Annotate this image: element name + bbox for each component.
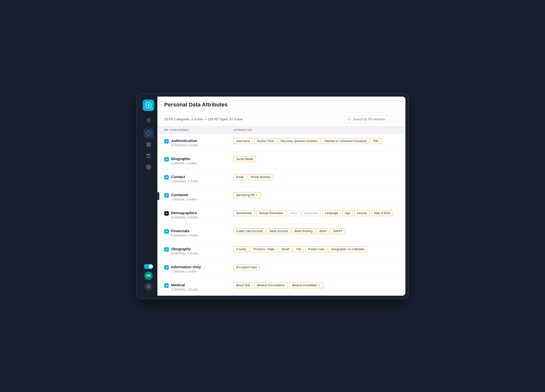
category-cell: Contact 2 Attributes, 2 Active bbox=[164, 174, 233, 183]
toolbar: 25 PD Categories, 8 Active — 128 PD Type… bbox=[157, 112, 405, 126]
attribute-tag[interactable]: Postal Code bbox=[305, 246, 327, 252]
attribute-tag[interactable]: Phone Number bbox=[248, 174, 273, 180]
checkbox-checked[interactable] bbox=[164, 265, 169, 270]
category-meta: 1 Attribute, 1 Active bbox=[171, 270, 201, 273]
category-name: Medical bbox=[171, 283, 198, 287]
attribute-tag[interactable]: Medical Disabilities★ bbox=[289, 282, 323, 288]
attribute-tag[interactable]: SWIFT bbox=[331, 228, 345, 234]
checkbox-checked[interactable] bbox=[164, 247, 169, 252]
svg-point-10 bbox=[149, 285, 150, 286]
category-cell: Medical 3 Attributes, 3 Active bbox=[164, 282, 233, 291]
attribute-tag[interactable]: Bank Account bbox=[267, 228, 290, 234]
attribute-tag[interactable]: Email bbox=[233, 174, 246, 180]
table-body: Authentication 5 Attributes, 5 Active Us… bbox=[157, 134, 405, 296]
table-row: Container 1 Attribute, 1 Active Identify… bbox=[157, 188, 405, 206]
attribute-tag[interactable]: Street bbox=[279, 246, 292, 252]
attribute-tag[interactable]: City bbox=[293, 246, 304, 252]
page-title: Personal Data Attributes bbox=[164, 102, 398, 108]
sidebar-item-shield[interactable] bbox=[144, 128, 153, 138]
checkbox-checked[interactable] bbox=[164, 193, 169, 198]
attribute-tag[interactable]: Medical Prescriptions bbox=[254, 282, 288, 288]
attribute-tag[interactable]: Access Time bbox=[254, 138, 276, 144]
attribute-tag[interactable]: Income bbox=[355, 210, 370, 216]
theme-toggle[interactable] bbox=[144, 264, 153, 269]
category-info: Container 1 Attribute, 1 Active bbox=[171, 193, 197, 201]
attribute-tag[interactable]: Username bbox=[233, 138, 252, 144]
svg-point-1 bbox=[147, 104, 149, 106]
category-info: Authentication 5 Attributes, 5 Active bbox=[171, 139, 198, 147]
content-area: 25 PD Categories, 8 Active — 128 PD Type… bbox=[157, 112, 405, 296]
search-icon bbox=[347, 117, 351, 121]
attribute-tag[interactable]: Encrypted Data bbox=[233, 264, 259, 270]
tag-star-icon: ★ bbox=[256, 193, 258, 197]
attributes-cell: EmailPhone Number bbox=[233, 174, 398, 180]
table-row: Authentication 5 Attributes, 5 Active Us… bbox=[157, 134, 405, 152]
table-row: Information Only 1 Attribute, 1 Active E… bbox=[157, 260, 405, 278]
checkbox-checked[interactable] bbox=[164, 139, 169, 144]
sidebar-item-clipboard[interactable] bbox=[144, 151, 153, 161]
search-box[interactable] bbox=[344, 116, 398, 123]
attribute-tag[interactable]: Recovery Question Answers bbox=[278, 138, 320, 144]
sidebar-expand-tab[interactable] bbox=[157, 192, 159, 200]
attribute-tag[interactable]: Date of Birth bbox=[371, 210, 393, 216]
search-input[interactable] bbox=[353, 117, 395, 121]
attribute-tag[interactable]: Age bbox=[342, 210, 353, 216]
category-cell: Container 1 Attribute, 1 Active bbox=[164, 192, 233, 201]
svg-point-15 bbox=[148, 287, 149, 288]
category-cell: Authentication 5 Attributes, 5 Active bbox=[164, 138, 233, 147]
category-name: Authentication bbox=[171, 139, 198, 143]
category-meta: 8 Attributes, 6 Active bbox=[171, 216, 198, 219]
sidebar-nav bbox=[144, 128, 153, 263]
category-meta: 3 Attributes, 3 Active bbox=[171, 288, 198, 291]
attribute-tag[interactable]: Credit Card Account bbox=[233, 228, 265, 234]
main-content: Personal Data Attributes 25 PD Categorie… bbox=[157, 97, 405, 296]
attribute-tag[interactable]: Language bbox=[322, 210, 341, 216]
attribute-tag[interactable]: Hashed or Unhashed Password bbox=[322, 138, 369, 144]
checkbox-checked[interactable] bbox=[164, 283, 169, 288]
attribute-tag[interactable]: Sex/Gender bbox=[233, 210, 255, 216]
apps-icon[interactable] bbox=[144, 282, 153, 291]
page-header: Personal Data Attributes bbox=[157, 97, 405, 112]
category-name: Contact bbox=[171, 175, 198, 179]
category-meta: 6 Attributes, 6 Active bbox=[171, 252, 198, 255]
svg-point-12 bbox=[148, 286, 149, 287]
attribute-tag[interactable]: Blood Test bbox=[233, 282, 253, 288]
svg-rect-6 bbox=[148, 154, 149, 155]
svg-rect-4 bbox=[147, 145, 148, 146]
svg-point-13 bbox=[149, 286, 150, 287]
attribute-tag[interactable]: Geographic Co-ordinates bbox=[329, 246, 367, 252]
attribute-tag[interactable]: Sexual Orientation bbox=[256, 210, 286, 216]
checkbox-indeterminate[interactable] bbox=[164, 211, 169, 216]
attribute-tag[interactable]: Bank Routing bbox=[292, 228, 315, 234]
avatar[interactable]: DB bbox=[144, 271, 153, 280]
attributes-cell: UsernameAccess TimeRecovery Question Ans… bbox=[233, 138, 398, 144]
category-name: Demographics bbox=[171, 211, 198, 215]
category-info: Information Only 1 Attribute, 1 Active bbox=[171, 265, 201, 273]
sidebar-item-grid[interactable] bbox=[144, 140, 153, 149]
attributes-cell: Social Media bbox=[233, 156, 398, 162]
menu-icon[interactable]: ☰ bbox=[145, 116, 152, 125]
sidebar-item-settings[interactable] bbox=[144, 162, 153, 172]
attribute-tag[interactable]: Nationality bbox=[301, 210, 321, 216]
svg-point-11 bbox=[147, 286, 148, 287]
category-meta: 5 Attributes, 5 Active bbox=[171, 144, 198, 147]
svg-rect-2 bbox=[147, 143, 148, 144]
attribute-tag[interactable]: Province / State bbox=[251, 246, 277, 252]
attribute-tag[interactable]: Race bbox=[288, 210, 300, 216]
checkbox-checked[interactable] bbox=[164, 175, 169, 180]
checkbox-checked[interactable] bbox=[164, 157, 169, 162]
checkbox-checked[interactable] bbox=[164, 229, 169, 234]
attribute-tag[interactable]: Social Media bbox=[233, 156, 256, 162]
attribute-tag[interactable]: Identifying PD★ bbox=[233, 192, 261, 198]
svg-point-9 bbox=[148, 285, 149, 286]
category-info: Demographics 8 Attributes, 6 Active bbox=[171, 211, 198, 219]
attribute-tag[interactable]: Country bbox=[233, 246, 249, 252]
attribute-tag[interactable]: IBAN bbox=[317, 228, 329, 234]
attributes-cell: Blood TestMedical PrescriptionsMedical D… bbox=[233, 282, 398, 288]
table-row: Medical 3 Attributes, 3 Active Blood Tes… bbox=[157, 278, 405, 296]
attributes-cell: CountryProvince / StateStreetCityPostal … bbox=[233, 246, 398, 252]
table-row: Geography 6 Attributes, 6 Active Country… bbox=[157, 242, 405, 260]
col-header-categories: PD CATEGORIES bbox=[164, 128, 233, 131]
category-name: Geography bbox=[171, 247, 198, 251]
attribute-tag[interactable]: PIN bbox=[371, 138, 381, 144]
